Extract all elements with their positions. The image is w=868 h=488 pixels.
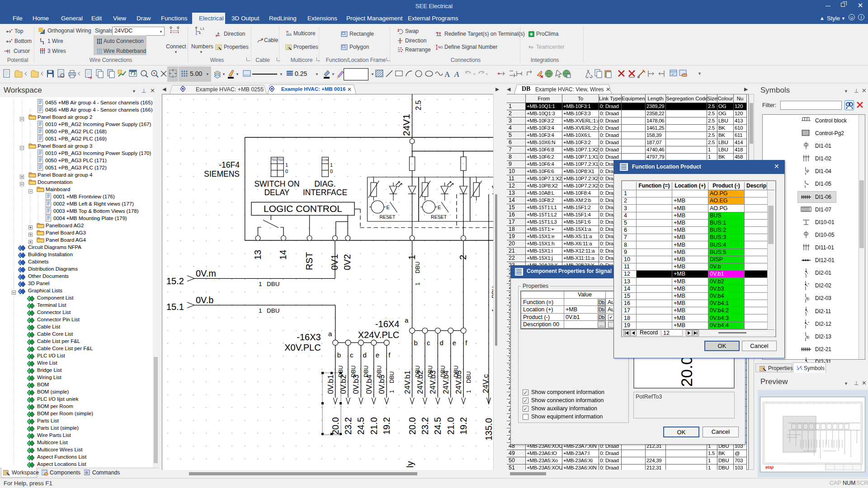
svg-text:DELAY: DELAY (264, 188, 289, 197)
svg-text:2: 2 (458, 255, 468, 260)
svg-text:RESET: RESET (380, 214, 396, 220)
svg-text:❋: ❋ (530, 32, 533, 37)
svg-text::: : (345, 33, 346, 37)
svg-text:DBU: DBU (415, 262, 421, 273)
svg-text:24V.b1: 24V.b1 (403, 371, 412, 394)
svg-text:24V.b2: 24V.b2 (416, 371, 425, 394)
svg-text:-16X4: -16X4 (375, 319, 399, 329)
svg-text:0: 0 (330, 169, 333, 174)
svg-text:0V1: 0V1 (330, 254, 340, 270)
svg-text:23.2: 23.2 (420, 417, 430, 435)
svg-text:d: d (439, 339, 443, 347)
svg-text:b: b (414, 339, 418, 347)
svg-text:A: A (454, 70, 459, 79)
svg-text:TD2: TD2 (278, 158, 283, 161)
svg-text:RST: RST (304, 252, 314, 270)
svg-text:L1: L1 (200, 27, 204, 31)
svg-text:✓: ✓ (671, 72, 675, 76)
svg-text:24V.c: 24V.c (481, 374, 490, 393)
svg-text:2.5: 2.5 (415, 100, 422, 110)
svg-text:15.1: 15.1 (166, 302, 184, 312)
svg-text:21.0: 21.0 (446, 417, 456, 435)
svg-text:SIEMENS: SIEMENS (204, 169, 240, 178)
svg-text:0: 0 (285, 169, 288, 174)
svg-text:etap: etap (765, 465, 774, 469)
svg-text:INTERFACE: INTERFACE (303, 188, 347, 197)
svg-text:1: 1 (415, 282, 421, 286)
svg-text:1: 1 (389, 390, 395, 393)
svg-text:TD1: TD1 (271, 158, 277, 161)
svg-text:N/1: N/1 (438, 46, 443, 49)
svg-text:DIAG.: DIAG. (314, 179, 336, 188)
svg-text:SWITCH ON: SWITCH ON (254, 179, 299, 188)
svg-text:13: 13 (253, 250, 263, 260)
svg-text:0V.b4: 0V.b4 (365, 375, 373, 394)
svg-text:c: c (350, 351, 354, 359)
svg-text:24.5: 24.5 (433, 417, 443, 435)
svg-text:1: 1 (259, 281, 262, 287)
svg-text:A: A (444, 70, 450, 79)
svg-text:24V1: 24V1 (401, 114, 411, 136)
svg-text:135.0: 135.0 (484, 418, 493, 441)
svg-text:15.2: 15.2 (166, 276, 184, 286)
svg-text:14: 14 (278, 250, 288, 260)
svg-text:0V.m: 0V.m (196, 268, 216, 278)
svg-text:1: 1 (466, 390, 472, 393)
svg-text:A: A (436, 31, 438, 34)
svg-text:0V.b2: 0V.b2 (339, 375, 348, 394)
svg-text:20.0: 20.0 (330, 417, 340, 435)
svg-text:0V.b5: 0V.b5 (377, 375, 386, 394)
svg-text:24.5: 24.5 (356, 417, 366, 435)
svg-text:1: 1 (407, 255, 417, 260)
svg-text:1: 1 (259, 307, 262, 314)
svg-text:LOGIC CONTROL: LOGIC CONTROL (264, 203, 342, 214)
svg-text:ly: ly (405, 461, 415, 468)
svg-text:24V.b3: 24V.b3 (429, 371, 437, 394)
svg-text:⚙: ⚙ (85, 471, 88, 475)
svg-text:a: a (405, 316, 409, 324)
svg-text:c: c (427, 339, 430, 347)
svg-text:E: E (438, 205, 441, 210)
svg-text:-16F4: -16F4 (219, 160, 240, 169)
svg-text:X0V.PLC: X0V.PLC (284, 343, 321, 352)
svg-text::: : (345, 46, 346, 50)
svg-text:23.2: 23.2 (343, 417, 353, 435)
svg-text:19.2: 19.2 (382, 417, 392, 435)
svg-text:X24V.PLC: X24V.PLC (358, 330, 400, 340)
svg-text:a: a (328, 330, 332, 338)
svg-text:e: e (453, 339, 456, 347)
svg-text:1: 1 (285, 162, 288, 168)
svg-text:19.2: 19.2 (458, 417, 468, 435)
svg-text:21.0: 21.0 (369, 417, 379, 435)
svg-text:DBU: DBU (389, 371, 395, 383)
svg-text:DBU: DBU (466, 371, 472, 383)
svg-text:0V.b3: 0V.b3 (352, 375, 360, 394)
svg-text:0V2: 0V2 (342, 254, 352, 270)
svg-text:0V.b1: 0V.b1 (326, 375, 335, 394)
svg-text:DBU: DBU (267, 281, 280, 287)
svg-text:d: d (363, 351, 366, 359)
svg-text:w: w (260, 38, 264, 41)
svg-text:RESET: RESET (431, 214, 447, 220)
svg-text:20.0: 20.0 (407, 417, 417, 435)
svg-text:24V.b5: 24V.b5 (454, 371, 463, 394)
svg-text:w: w (286, 30, 289, 33)
svg-text:DBU: DBU (267, 307, 280, 314)
svg-text:b: b (337, 351, 341, 359)
svg-text:COM: COM (322, 158, 329, 161)
svg-text:0V.b: 0V.b (196, 295, 213, 305)
svg-text:24V.b4: 24V.b4 (442, 371, 450, 394)
svg-text:1: 1 (195, 32, 198, 36)
svg-text:E: E (387, 205, 390, 210)
svg-text:-16X3: -16X3 (297, 332, 321, 342)
svg-text:e: e (376, 351, 379, 359)
svg-text:1: 1 (330, 162, 333, 168)
